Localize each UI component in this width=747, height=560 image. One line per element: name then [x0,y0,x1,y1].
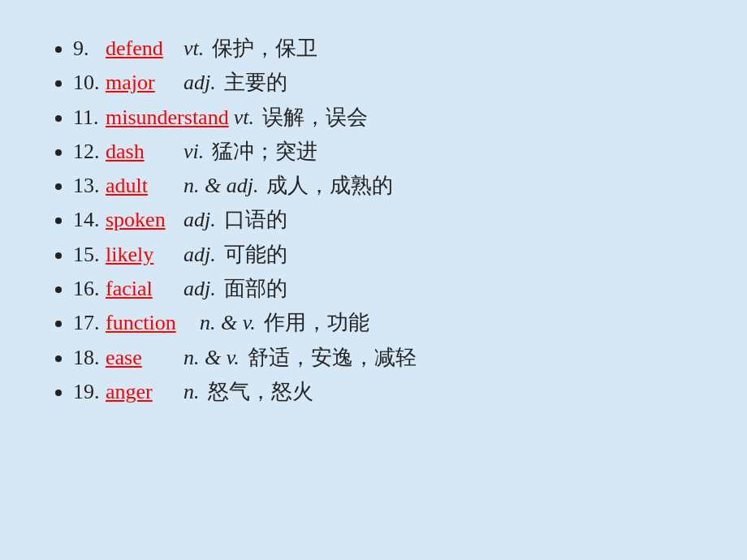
entry-pos: adj. [184,204,216,236]
entry-pos: n. & v. [184,342,240,374]
entry-pos: vi. [184,136,204,168]
entry-word: spoken [106,204,179,236]
list-item: 13. adult n. & adj. 成人，成熟的 [73,170,698,202]
entry-row: 11. misunderstand vt. 误解，误会 [73,101,698,134]
entry-number: 16. [73,273,104,305]
entry-chinese: 猛冲；突进 [212,136,317,168]
entry-number: 15. [73,239,104,271]
list-item: 14. spoken adj. 口语的 [73,204,698,236]
entry-chinese: 舒适，安逸，减轻 [248,342,417,374]
list-item: 17. function n. & v. 作用，功能 [73,307,698,339]
entry-row: 10. major adj. 主要的 [73,67,698,99]
main-content: 9. defend vt. 保护，保卫 10. major adj. 主要的 1… [0,0,747,442]
entry-number: 11. [73,101,104,134]
entry-word: anger [106,376,179,408]
list-item: 18. ease n. & v. 舒适，安逸，减轻 [73,342,698,374]
entry-word: ease [106,342,179,374]
entry-chinese: 成人，成熟的 [266,170,393,202]
entry-word: likely [106,239,179,271]
entry-row: 9. defend vt. 保护，保卫 [73,32,698,65]
list-item: 16. facial adj. 面部的 [73,273,698,305]
entry-row: 14. spoken adj. 口语的 [73,204,698,236]
entry-number: 19. [73,376,104,408]
entry-number: 9. [73,32,104,65]
entry-chinese: 可能的 [224,239,287,271]
list-item: 12. dash vi. 猛冲；突进 [73,136,698,168]
entry-row: 12. dash vi. 猛冲；突进 [73,136,698,168]
entry-row: 19. anger n. 怒气，怒火 [73,376,698,408]
entry-chinese: 面部的 [224,273,287,305]
entry-word: function [106,307,195,339]
entry-chinese: 怒气，怒火 [208,376,313,408]
entry-word: major [106,67,179,99]
entry-pos: vt. [184,32,204,65]
list-item: 19. anger n. 怒气，怒火 [73,376,698,408]
entry-number: 18. [73,342,104,374]
list-item: 15. likely adj. 可能的 [73,239,698,271]
entry-word: adult [106,170,179,202]
entry-number: 13. [73,170,104,202]
entry-row: 18. ease n. & v. 舒适，安逸，减轻 [73,342,698,374]
entry-word: defend [106,32,179,65]
entry-row: 15. likely adj. 可能的 [73,239,698,271]
entry-pos: adj. [184,239,216,271]
list-item: 11. misunderstand vt. 误解，误会 [73,101,698,134]
entry-pos: n. [184,376,200,408]
entry-row: 17. function n. & v. 作用，功能 [73,307,698,339]
entry-number: 12. [73,136,104,168]
entry-number: 10. [73,67,104,99]
entry-pos: vt. [234,101,254,134]
entry-pos: adj. [184,67,216,99]
list-item: 9. defend vt. 保护，保卫 [73,32,698,65]
entry-pos: n. & adj. [184,170,258,202]
entry-pos: adj. [184,273,216,305]
entry-pos: n. & v. [200,307,256,339]
entry-row: 16. facial adj. 面部的 [73,273,698,305]
entry-chinese: 作用，功能 [264,307,369,339]
entry-word: facial [106,273,179,305]
entry-chinese: 主要的 [224,67,287,99]
entry-number: 17. [73,307,104,339]
entry-chinese: 口语的 [224,204,287,236]
entry-number: 14. [73,204,104,236]
entry-word: misunderstand [106,101,229,134]
vocabulary-list: 9. defend vt. 保护，保卫 10. major adj. 主要的 1… [49,32,698,408]
entry-word: dash [106,136,179,168]
entry-chinese: 误解，误会 [262,101,368,134]
entry-chinese: 保护，保卫 [212,32,317,65]
entry-row: 13. adult n. & adj. 成人，成熟的 [73,170,698,202]
list-item: 10. major adj. 主要的 [73,67,698,99]
